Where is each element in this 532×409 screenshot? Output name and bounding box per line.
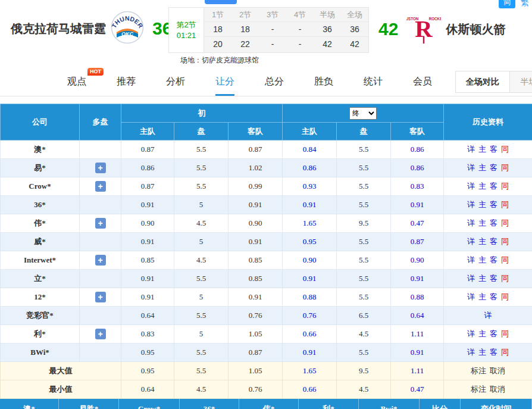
history-link-客[interactable]: 客: [490, 274, 497, 283]
history-link-主[interactable]: 主: [478, 255, 486, 264]
history-link-详[interactable]: 详: [467, 145, 475, 154]
action-link-取消[interactable]: 取消: [490, 366, 505, 375]
history-link-同[interactable]: 同: [501, 218, 509, 227]
init-home-odds: 0.64: [121, 307, 174, 325]
quarter-column-label: 2节: [231, 8, 259, 21]
history-link-详[interactable]: 详: [467, 182, 475, 191]
period-label: 第2节: [176, 20, 196, 30]
history-link-详[interactable]: 详: [467, 255, 475, 264]
history-link-同[interactable]: 同: [501, 145, 509, 154]
expand-plus-button[interactable]: +: [95, 218, 106, 229]
history-link-客[interactable]: 客: [490, 237, 497, 246]
footer-column-5[interactable]: 伟*: [239, 399, 299, 409]
history-link-主[interactable]: 主: [478, 237, 486, 246]
tab-让分[interactable]: 让分: [215, 67, 234, 96]
footer-column-1[interactable]: 澳*: [0, 399, 59, 409]
history-link-同[interactable]: 同: [501, 182, 509, 191]
final-away-odds: 0.86: [391, 141, 444, 159]
history-link-详[interactable]: 详: [467, 163, 475, 172]
history-link-客[interactable]: 客: [490, 329, 497, 338]
init-away-odds: 0.87: [229, 344, 283, 362]
footer-column-3[interactable]: Crow*: [119, 399, 180, 409]
tab-总分[interactable]: 总分: [265, 67, 284, 96]
final-handicap: 5.5: [337, 288, 391, 307]
compare-toggle-button[interactable]: 全场对比: [456, 71, 510, 92]
history-link-主[interactable]: 主: [478, 218, 486, 227]
history-link-主[interactable]: 主: [478, 145, 486, 154]
history-link-客[interactable]: 客: [490, 255, 497, 264]
history-link-同[interactable]: 同: [501, 348, 509, 357]
history-link-客[interactable]: 客: [490, 292, 497, 301]
history-link-同[interactable]: 同: [501, 292, 509, 301]
history-link-同[interactable]: 同: [501, 163, 509, 172]
summary-row: 最小值0.644.50.760.664.50.47标注取消: [1, 380, 532, 399]
init-home-odds: 0.90: [121, 214, 174, 233]
history-link-主[interactable]: 主: [478, 329, 486, 338]
history-link-同[interactable]: 同: [501, 237, 509, 246]
final-home-odds: 0.66: [283, 325, 337, 344]
expand-plus-button[interactable]: +: [95, 329, 106, 339]
tab-分析[interactable]: 分析: [166, 67, 185, 96]
history-link-同[interactable]: 同: [501, 329, 509, 338]
history-link-同[interactable]: 同: [501, 200, 509, 209]
history-link-主[interactable]: 主: [478, 348, 486, 357]
summary-label: 最小值: [1, 380, 121, 399]
history-link-客[interactable]: 客: [490, 163, 497, 172]
company-name: 36*: [1, 196, 80, 214]
tab-统计[interactable]: 统计: [364, 67, 383, 96]
odds-row: 伟*+0.904.50.901.659.50.47详主客同: [1, 214, 532, 233]
history-link-详[interactable]: 详: [467, 292, 475, 301]
history-cell: 详主客同: [444, 214, 532, 233]
history-link-详[interactable]: 详: [467, 200, 475, 209]
top-tab-stub[interactable]: [205, 0, 237, 4]
footer-column-9[interactable]: 变化时间: [461, 399, 532, 409]
history-link-客[interactable]: 客: [490, 348, 497, 357]
footer-column-8[interactable]: 比分: [420, 399, 461, 409]
footer-column-4[interactable]: 36*: [180, 399, 239, 409]
history-cell: 详主客同: [444, 141, 532, 159]
tab-观点[interactable]: 观点HOT: [67, 67, 86, 96]
compare-toggle-button[interactable]: 半场对比: [510, 71, 532, 92]
history-link-客[interactable]: 客: [490, 145, 497, 154]
lang-simplified-button[interactable]: 简: [499, 0, 515, 8]
history-link-同[interactable]: 同: [501, 255, 509, 264]
init-handicap: 4.5: [174, 214, 229, 233]
history-link-详[interactable]: 详: [467, 348, 475, 357]
history-link-客[interactable]: 客: [490, 200, 497, 209]
tab-label: 总分: [265, 76, 284, 86]
action-link-标注[interactable]: 标注: [471, 385, 486, 394]
lang-traditional-button[interactable]: 繁: [519, 0, 531, 8]
tab-会员[interactable]: 会员: [413, 67, 432, 96]
final-away-odds: 0.86: [391, 159, 444, 177]
history-link-主[interactable]: 主: [478, 200, 486, 209]
expand-plus-button[interactable]: +: [95, 255, 106, 266]
history-link-主[interactable]: 主: [478, 274, 486, 283]
expand-plus-button[interactable]: +: [95, 181, 106, 192]
history-cell: 详主客同: [444, 196, 532, 214]
history-link-详[interactable]: 详: [467, 237, 475, 246]
away-quarter-score: -: [286, 37, 314, 52]
history-link-详[interactable]: 详: [467, 218, 475, 227]
final-select[interactable]: 终: [349, 107, 377, 120]
action-link-标注[interactable]: 标注: [471, 366, 486, 375]
history-link-同[interactable]: 同: [501, 274, 509, 283]
footer-column-6[interactable]: 利*: [299, 399, 359, 409]
tab-推荐[interactable]: 推荐: [117, 67, 136, 96]
history-link-详[interactable]: 详: [467, 274, 475, 283]
tab-胜负[interactable]: 胜负: [314, 67, 333, 96]
away-team-block: 42 HOUSTON ROCKETS R 休斯顿火箭: [375, 11, 505, 48]
history-link-主[interactable]: 主: [478, 292, 486, 301]
footer-column-2[interactable]: 易胜*: [59, 399, 119, 409]
expand-plus-button[interactable]: +: [95, 163, 106, 173]
action-link-取消[interactable]: 取消: [490, 385, 505, 394]
company-name: 易*: [1, 159, 80, 177]
history-link-详[interactable]: 详: [484, 311, 492, 320]
history-link-主[interactable]: 主: [478, 163, 486, 172]
expand-plus-button[interactable]: +: [95, 292, 106, 302]
compare-toggle-group: 全场对比半场对比: [455, 71, 532, 93]
history-link-主[interactable]: 主: [478, 182, 486, 191]
history-link-详[interactable]: 详: [467, 329, 475, 338]
footer-column-7[interactable]: Bwi*: [359, 399, 420, 409]
history-link-客[interactable]: 客: [490, 182, 497, 191]
history-link-客[interactable]: 客: [490, 218, 497, 227]
